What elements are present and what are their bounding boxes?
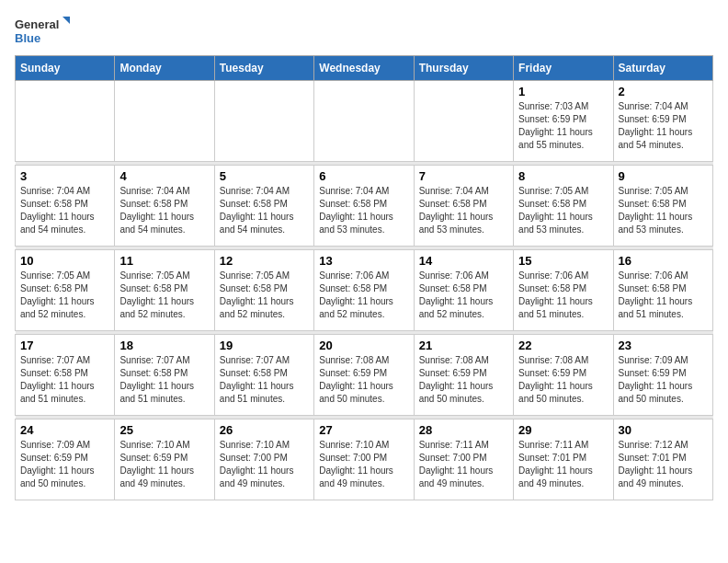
day-number: 5	[220, 169, 309, 183]
calendar-cell: 2Sunrise: 7:04 AMSunset: 6:59 PMDaylight…	[613, 81, 712, 162]
calendar-cell: 21Sunrise: 7:08 AMSunset: 6:59 PMDayligh…	[414, 335, 513, 416]
calendar-cell: 4Sunrise: 7:04 AMSunset: 6:58 PMDaylight…	[115, 166, 214, 247]
day-info: Sunrise: 7:05 AMSunset: 6:58 PMDaylight:…	[119, 270, 209, 321]
day-number: 4	[119, 169, 209, 183]
calendar-cell: 22Sunrise: 7:08 AMSunset: 6:59 PMDayligh…	[514, 335, 613, 416]
calendar-cell	[414, 81, 513, 162]
calendar-table: SundayMondayTuesdayWednesdayThursdayFrid…	[15, 55, 713, 500]
calendar-cell: 9Sunrise: 7:05 AMSunset: 6:58 PMDaylight…	[613, 166, 712, 247]
weekday-header-thursday: Thursday	[414, 56, 513, 81]
calendar-cell: 11Sunrise: 7:05 AMSunset: 6:58 PMDayligh…	[115, 250, 214, 331]
day-info: Sunrise: 7:11 AMSunset: 7:00 PMDaylight:…	[419, 439, 508, 490]
day-number: 18	[119, 339, 209, 352]
day-number: 2	[619, 85, 708, 98]
calendar-cell: 26Sunrise: 7:10 AMSunset: 7:00 PMDayligh…	[214, 419, 313, 500]
day-info: Sunrise: 7:04 AMSunset: 6:58 PMDaylight:…	[119, 185, 209, 236]
calendar-cell: 15Sunrise: 7:06 AMSunset: 6:58 PMDayligh…	[514, 250, 613, 331]
day-info: Sunrise: 7:08 AMSunset: 6:59 PMDaylight:…	[518, 354, 608, 406]
day-number: 19	[220, 339, 309, 352]
day-info: Sunrise: 7:06 AMSunset: 6:58 PMDaylight:…	[619, 270, 708, 321]
day-info: Sunrise: 7:06 AMSunset: 6:58 PMDaylight:…	[419, 270, 508, 321]
calendar-cell: 30Sunrise: 7:12 AMSunset: 7:01 PMDayligh…	[613, 419, 712, 500]
day-info: Sunrise: 7:05 AMSunset: 6:58 PMDaylight:…	[619, 185, 708, 236]
day-info: Sunrise: 7:06 AMSunset: 6:58 PMDaylight:…	[518, 270, 608, 321]
day-info: Sunrise: 7:05 AMSunset: 6:58 PMDaylight:…	[220, 270, 309, 321]
day-number: 12	[220, 254, 309, 268]
day-number: 3	[20, 169, 109, 183]
day-number: 20	[319, 339, 408, 352]
day-info: Sunrise: 7:10 AMSunset: 7:00 PMDaylight:…	[319, 439, 408, 490]
day-info: Sunrise: 7:04 AMSunset: 6:58 PMDaylight:…	[20, 185, 109, 236]
calendar-cell: 19Sunrise: 7:07 AMSunset: 6:58 PMDayligh…	[214, 335, 313, 416]
day-info: Sunrise: 7:03 AMSunset: 6:59 PMDaylight:…	[518, 100, 608, 152]
day-info: Sunrise: 7:09 AMSunset: 6:59 PMDaylight:…	[619, 354, 708, 406]
weekday-header-sunday: Sunday	[16, 56, 115, 81]
day-info: Sunrise: 7:06 AMSunset: 6:58 PMDaylight:…	[319, 270, 408, 321]
weekday-header-saturday: Saturday	[613, 56, 712, 81]
day-number: 16	[619, 254, 708, 268]
calendar-cell: 17Sunrise: 7:07 AMSunset: 6:58 PMDayligh…	[16, 335, 115, 416]
day-number: 23	[619, 339, 708, 352]
day-number: 30	[619, 423, 708, 437]
svg-text:Blue: Blue	[15, 31, 40, 45]
day-number: 29	[518, 423, 608, 437]
day-number: 27	[319, 423, 408, 437]
day-info: Sunrise: 7:07 AMSunset: 6:58 PMDaylight:…	[220, 354, 309, 406]
weekday-header-friday: Friday	[514, 56, 613, 81]
day-info: Sunrise: 7:04 AMSunset: 6:58 PMDaylight:…	[319, 185, 408, 236]
day-info: Sunrise: 7:04 AMSunset: 6:58 PMDaylight:…	[419, 185, 508, 236]
day-info: Sunrise: 7:11 AMSunset: 7:01 PMDaylight:…	[518, 439, 608, 490]
calendar-cell: 10Sunrise: 7:05 AMSunset: 6:58 PMDayligh…	[16, 250, 115, 331]
day-info: Sunrise: 7:05 AMSunset: 6:58 PMDaylight:…	[20, 270, 109, 321]
day-number: 13	[319, 254, 408, 268]
day-number: 17	[20, 339, 109, 352]
day-info: Sunrise: 7:09 AMSunset: 6:59 PMDaylight:…	[20, 439, 109, 490]
calendar-cell: 29Sunrise: 7:11 AMSunset: 7:01 PMDayligh…	[514, 419, 613, 500]
calendar-week-row: 1Sunrise: 7:03 AMSunset: 6:59 PMDaylight…	[16, 81, 713, 162]
calendar-week-row: 24Sunrise: 7:09 AMSunset: 6:59 PMDayligh…	[16, 419, 713, 500]
logo-svg: General Blue	[15, 15, 70, 48]
calendar-cell: 7Sunrise: 7:04 AMSunset: 6:58 PMDaylight…	[414, 166, 513, 247]
calendar-cell: 5Sunrise: 7:04 AMSunset: 6:58 PMDaylight…	[214, 166, 313, 247]
svg-marker-1	[63, 17, 70, 24]
day-info: Sunrise: 7:10 AMSunset: 7:00 PMDaylight:…	[220, 439, 309, 490]
day-number: 22	[518, 339, 608, 352]
calendar-cell: 24Sunrise: 7:09 AMSunset: 6:59 PMDayligh…	[16, 419, 115, 500]
calendar-cell: 14Sunrise: 7:06 AMSunset: 6:58 PMDayligh…	[414, 250, 513, 331]
calendar-cell: 20Sunrise: 7:08 AMSunset: 6:59 PMDayligh…	[314, 335, 414, 416]
calendar-cell: 23Sunrise: 7:09 AMSunset: 6:59 PMDayligh…	[613, 335, 712, 416]
calendar-cell: 28Sunrise: 7:11 AMSunset: 7:00 PMDayligh…	[414, 419, 513, 500]
day-number: 9	[619, 169, 708, 183]
calendar-cell	[214, 81, 313, 162]
day-number: 7	[419, 169, 508, 183]
weekday-header-wednesday: Wednesday	[314, 56, 414, 81]
calendar-cell: 13Sunrise: 7:06 AMSunset: 6:58 PMDayligh…	[314, 250, 414, 331]
svg-text:General: General	[15, 17, 59, 31]
weekday-header-row: SundayMondayTuesdayWednesdayThursdayFrid…	[16, 56, 713, 81]
calendar-cell: 1Sunrise: 7:03 AMSunset: 6:59 PMDaylight…	[514, 81, 613, 162]
calendar-cell: 3Sunrise: 7:04 AMSunset: 6:58 PMDaylight…	[16, 166, 115, 247]
calendar-cell	[314, 81, 414, 162]
day-number: 15	[518, 254, 608, 268]
calendar-cell: 18Sunrise: 7:07 AMSunset: 6:58 PMDayligh…	[115, 335, 214, 416]
calendar-week-row: 10Sunrise: 7:05 AMSunset: 6:58 PMDayligh…	[16, 250, 713, 331]
day-info: Sunrise: 7:08 AMSunset: 6:59 PMDaylight:…	[319, 354, 408, 406]
calendar-week-row: 3Sunrise: 7:04 AMSunset: 6:58 PMDaylight…	[16, 166, 713, 247]
day-info: Sunrise: 7:05 AMSunset: 6:58 PMDaylight:…	[518, 185, 608, 236]
day-number: 28	[419, 423, 508, 437]
day-number: 6	[319, 169, 408, 183]
day-info: Sunrise: 7:04 AMSunset: 6:58 PMDaylight:…	[220, 185, 309, 236]
calendar-week-row: 17Sunrise: 7:07 AMSunset: 6:58 PMDayligh…	[16, 335, 713, 416]
day-number: 8	[518, 169, 608, 183]
day-number: 1	[518, 85, 608, 98]
calendar-cell	[115, 81, 214, 162]
day-number: 11	[119, 254, 209, 268]
page-header: General Blue	[15, 15, 713, 48]
calendar-cell: 16Sunrise: 7:06 AMSunset: 6:58 PMDayligh…	[613, 250, 712, 331]
calendar-cell: 8Sunrise: 7:05 AMSunset: 6:58 PMDaylight…	[514, 166, 613, 247]
weekday-header-tuesday: Tuesday	[214, 56, 313, 81]
calendar-cell: 6Sunrise: 7:04 AMSunset: 6:58 PMDaylight…	[314, 166, 414, 247]
day-info: Sunrise: 7:04 AMSunset: 6:59 PMDaylight:…	[619, 100, 708, 152]
logo: General Blue	[15, 15, 70, 48]
weekday-header-monday: Monday	[115, 56, 214, 81]
